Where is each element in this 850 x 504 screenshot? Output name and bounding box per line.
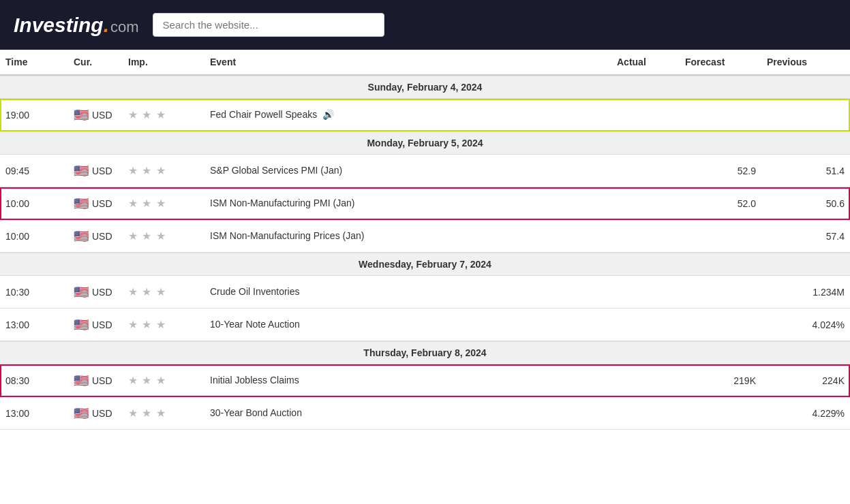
col-time: Time bbox=[0, 57, 68, 67]
cell-forecast: 52.0 bbox=[680, 193, 761, 215]
cell-forecast bbox=[680, 287, 761, 298]
currency-label: USD bbox=[92, 319, 112, 330]
cell-previous: 51.4 bbox=[761, 160, 850, 182]
cell-time: 10:00 bbox=[0, 193, 68, 215]
cell-event: ISM Non-Manufacturing Prices (Jan) bbox=[204, 224, 611, 249]
cell-currency: 🇺🇸 USD bbox=[68, 191, 123, 217]
cell-currency: 🇺🇸 USD bbox=[68, 158, 123, 184]
logo-dot: . bbox=[104, 14, 109, 37]
cell-previous: 4.024% bbox=[761, 314, 850, 336]
currency-label: USD bbox=[92, 287, 112, 298]
cell-forecast bbox=[680, 231, 761, 242]
cell-event: Initial Jobless Claims bbox=[204, 368, 611, 393]
currency-label: USD bbox=[92, 408, 112, 419]
cell-forecast bbox=[680, 110, 761, 121]
search-input[interactable] bbox=[153, 13, 384, 37]
cell-stars: ★ ★ ★ bbox=[123, 401, 204, 425]
cell-currency: 🇺🇸 USD bbox=[68, 279, 123, 305]
cell-time: 19:00 bbox=[0, 104, 68, 126]
sound-icon: 🔊 bbox=[322, 108, 334, 122]
col-event: Event bbox=[204, 57, 611, 67]
cell-stars: ★ ★ ★ bbox=[123, 280, 204, 304]
cell-previous bbox=[761, 110, 850, 121]
cell-forecast bbox=[680, 408, 761, 419]
cell-event: Fed Chair Powell Speaks 🔊 bbox=[204, 103, 611, 127]
cell-event: 10-Year Note Auction bbox=[204, 313, 611, 337]
cell-stars: ★ ★ ★ bbox=[123, 313, 204, 336]
logo-investing: Investing bbox=[14, 14, 104, 37]
cell-time: 13:00 bbox=[0, 403, 68, 424]
flag-icon: 🇺🇸 bbox=[74, 373, 89, 388]
cell-currency: 🇺🇸 USD bbox=[68, 102, 123, 128]
table-row[interactable]: 13:00 🇺🇸 USD ★ ★ ★ 30-Year Bond Auction … bbox=[0, 397, 850, 430]
cell-stars: ★ ★ ★ bbox=[123, 191, 204, 215]
cell-stars: ★ ★ ★ bbox=[123, 159, 204, 183]
col-forecast: Forecast bbox=[680, 57, 761, 67]
cell-stars: ★ ★ ★ bbox=[123, 368, 204, 392]
cell-time: 10:30 bbox=[0, 281, 68, 303]
section-sunday: Sunday, February 4, 2024 bbox=[0, 76, 850, 99]
header: Investing.com bbox=[0, 0, 850, 50]
col-actual: Actual bbox=[611, 57, 680, 67]
cell-event: ISM Non-Manufacturing PMI (Jan) bbox=[204, 191, 611, 216]
cell-event: S&P Global Services PMI (Jan) bbox=[204, 159, 611, 183]
cell-currency: 🇺🇸 USD bbox=[68, 312, 123, 338]
cell-actual bbox=[611, 319, 680, 330]
cell-actual bbox=[611, 375, 680, 386]
cell-previous: 224K bbox=[761, 370, 850, 392]
flag-icon: 🇺🇸 bbox=[74, 163, 89, 178]
table-row[interactable]: 10:00 🇺🇸 USD ★ ★ ★ ISM Non-Manufacturing… bbox=[0, 187, 850, 220]
cell-time: 08:30 bbox=[0, 370, 68, 392]
cell-stars: ★ ★ ★ bbox=[123, 103, 204, 127]
section-thursday: Thursday, February 8, 2024 bbox=[0, 341, 850, 364]
table-row[interactable]: 13:00 🇺🇸 USD ★ ★ ★ 10-Year Note Auction … bbox=[0, 309, 850, 341]
cell-currency: 🇺🇸 USD bbox=[68, 400, 123, 426]
flag-icon: 🇺🇸 bbox=[74, 406, 89, 421]
section-wednesday: Wednesday, February 7, 2024 bbox=[0, 253, 850, 276]
cell-forecast: 219K bbox=[680, 370, 761, 392]
flag-icon: 🇺🇸 bbox=[74, 285, 89, 300]
cell-previous: 57.4 bbox=[761, 225, 850, 247]
currency-label: USD bbox=[92, 231, 112, 242]
cell-previous: 4.229% bbox=[761, 403, 850, 424]
currency-label: USD bbox=[92, 166, 112, 176]
cell-actual bbox=[611, 166, 680, 176]
table-row[interactable]: 19:00 🇺🇸 USD ★ ★ ★ Fed Chair Powell Spea… bbox=[0, 99, 850, 131]
cell-time: 10:00 bbox=[0, 225, 68, 247]
cell-currency: 🇺🇸 USD bbox=[68, 368, 123, 394]
cell-currency: 🇺🇸 USD bbox=[68, 223, 123, 249]
cell-actual bbox=[611, 198, 680, 209]
cell-previous: 50.6 bbox=[761, 193, 850, 215]
flag-icon: 🇺🇸 bbox=[74, 108, 89, 123]
section-monday: Monday, February 5, 2024 bbox=[0, 131, 850, 155]
flag-icon: 🇺🇸 bbox=[74, 196, 89, 211]
cell-time: 09:45 bbox=[0, 160, 68, 182]
cell-previous: 1.234M bbox=[761, 281, 850, 303]
cell-time: 13:00 bbox=[0, 314, 68, 336]
cell-event: 30-Year Bond Auction bbox=[204, 401, 611, 426]
table-row[interactable]: 08:30 🇺🇸 USD ★ ★ ★ Initial Jobless Claim… bbox=[0, 364, 850, 397]
currency-label: USD bbox=[92, 198, 112, 209]
cell-forecast: 52.9 bbox=[680, 160, 761, 182]
table-row[interactable]: 10:30 🇺🇸 USD ★ ★ ★ Crude Oil Inventories… bbox=[0, 276, 850, 309]
cell-actual bbox=[611, 408, 680, 419]
cell-actual bbox=[611, 287, 680, 298]
cell-stars: ★ ★ ★ bbox=[123, 224, 204, 248]
cell-forecast bbox=[680, 319, 761, 330]
col-previous: Previous bbox=[761, 57, 850, 67]
currency-label: USD bbox=[92, 110, 112, 121]
logo-com: com bbox=[110, 18, 139, 36]
cell-actual bbox=[611, 231, 680, 242]
table-header-row: Time Cur. Imp. Event Actual Forecast Pre… bbox=[0, 50, 850, 76]
logo[interactable]: Investing.com bbox=[14, 14, 139, 37]
cell-actual bbox=[611, 110, 680, 121]
currency-label: USD bbox=[92, 375, 112, 386]
table-row[interactable]: 09:45 🇺🇸 USD ★ ★ ★ S&P Global Services P… bbox=[0, 155, 850, 187]
table-row[interactable]: 10:00 🇺🇸 USD ★ ★ ★ ISM Non-Manufacturing… bbox=[0, 220, 850, 253]
cell-event: Crude Oil Inventories bbox=[204, 280, 611, 304]
col-importance: Imp. bbox=[123, 57, 204, 67]
col-currency: Cur. bbox=[68, 57, 123, 67]
flag-icon: 🇺🇸 bbox=[74, 229, 89, 244]
flag-icon: 🇺🇸 bbox=[74, 317, 89, 332]
economic-calendar-table: Time Cur. Imp. Event Actual Forecast Pre… bbox=[0, 50, 850, 430]
